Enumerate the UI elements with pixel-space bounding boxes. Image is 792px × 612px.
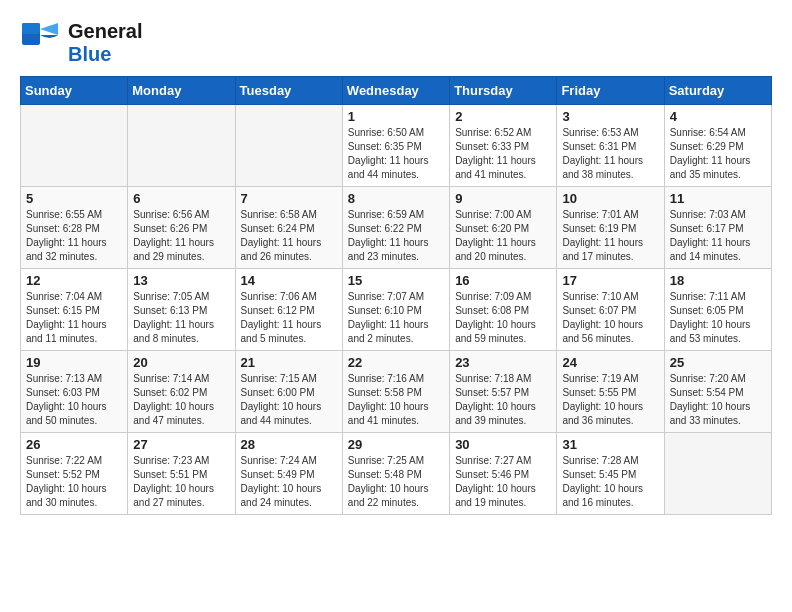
calendar-week-row: 1Sunrise: 6:50 AM Sunset: 6:35 PM Daylig… bbox=[21, 105, 772, 187]
day-number: 18 bbox=[670, 273, 766, 288]
day-info: Sunrise: 6:59 AM Sunset: 6:22 PM Dayligh… bbox=[348, 208, 444, 264]
calendar-cell: 13Sunrise: 7:05 AM Sunset: 6:13 PM Dayli… bbox=[128, 269, 235, 351]
day-number: 28 bbox=[241, 437, 337, 452]
calendar-cell: 14Sunrise: 7:06 AM Sunset: 6:12 PM Dayli… bbox=[235, 269, 342, 351]
day-number: 1 bbox=[348, 109, 444, 124]
calendar-cell: 8Sunrise: 6:59 AM Sunset: 6:22 PM Daylig… bbox=[342, 187, 449, 269]
day-number: 11 bbox=[670, 191, 766, 206]
weekday-header: Tuesday bbox=[235, 77, 342, 105]
day-info: Sunrise: 7:01 AM Sunset: 6:19 PM Dayligh… bbox=[562, 208, 658, 264]
calendar-cell: 22Sunrise: 7:16 AM Sunset: 5:58 PM Dayli… bbox=[342, 351, 449, 433]
calendar-cell: 16Sunrise: 7:09 AM Sunset: 6:08 PM Dayli… bbox=[450, 269, 557, 351]
day-info: Sunrise: 7:22 AM Sunset: 5:52 PM Dayligh… bbox=[26, 454, 122, 510]
day-info: Sunrise: 6:52 AM Sunset: 6:33 PM Dayligh… bbox=[455, 126, 551, 182]
weekday-header: Thursday bbox=[450, 77, 557, 105]
calendar-week-row: 19Sunrise: 7:13 AM Sunset: 6:03 PM Dayli… bbox=[21, 351, 772, 433]
day-number: 29 bbox=[348, 437, 444, 452]
day-number: 27 bbox=[133, 437, 229, 452]
calendar-cell bbox=[235, 105, 342, 187]
svg-rect-1 bbox=[22, 23, 40, 34]
calendar-cell: 4Sunrise: 6:54 AM Sunset: 6:29 PM Daylig… bbox=[664, 105, 771, 187]
day-number: 26 bbox=[26, 437, 122, 452]
day-number: 14 bbox=[241, 273, 337, 288]
day-info: Sunrise: 6:55 AM Sunset: 6:28 PM Dayligh… bbox=[26, 208, 122, 264]
day-info: Sunrise: 7:06 AM Sunset: 6:12 PM Dayligh… bbox=[241, 290, 337, 346]
weekday-header: Friday bbox=[557, 77, 664, 105]
day-number: 22 bbox=[348, 355, 444, 370]
day-number: 30 bbox=[455, 437, 551, 452]
calendar-cell bbox=[21, 105, 128, 187]
calendar-cell: 19Sunrise: 7:13 AM Sunset: 6:03 PM Dayli… bbox=[21, 351, 128, 433]
calendar-table: SundayMondayTuesdayWednesdayThursdayFrid… bbox=[20, 76, 772, 515]
day-number: 5 bbox=[26, 191, 122, 206]
day-info: Sunrise: 7:09 AM Sunset: 6:08 PM Dayligh… bbox=[455, 290, 551, 346]
weekday-header: Sunday bbox=[21, 77, 128, 105]
calendar-cell: 18Sunrise: 7:11 AM Sunset: 6:05 PM Dayli… bbox=[664, 269, 771, 351]
day-info: Sunrise: 7:13 AM Sunset: 6:03 PM Dayligh… bbox=[26, 372, 122, 428]
logo-icon bbox=[20, 21, 64, 65]
day-number: 25 bbox=[670, 355, 766, 370]
day-info: Sunrise: 7:14 AM Sunset: 6:02 PM Dayligh… bbox=[133, 372, 229, 428]
day-info: Sunrise: 6:54 AM Sunset: 6:29 PM Dayligh… bbox=[670, 126, 766, 182]
calendar-cell: 24Sunrise: 7:19 AM Sunset: 5:55 PM Dayli… bbox=[557, 351, 664, 433]
day-number: 3 bbox=[562, 109, 658, 124]
day-info: Sunrise: 7:24 AM Sunset: 5:49 PM Dayligh… bbox=[241, 454, 337, 510]
day-info: Sunrise: 7:05 AM Sunset: 6:13 PM Dayligh… bbox=[133, 290, 229, 346]
calendar-cell: 3Sunrise: 6:53 AM Sunset: 6:31 PM Daylig… bbox=[557, 105, 664, 187]
day-info: Sunrise: 7:07 AM Sunset: 6:10 PM Dayligh… bbox=[348, 290, 444, 346]
calendar-cell: 9Sunrise: 7:00 AM Sunset: 6:20 PM Daylig… bbox=[450, 187, 557, 269]
day-info: Sunrise: 7:10 AM Sunset: 6:07 PM Dayligh… bbox=[562, 290, 658, 346]
calendar-cell: 12Sunrise: 7:04 AM Sunset: 6:15 PM Dayli… bbox=[21, 269, 128, 351]
day-info: Sunrise: 7:18 AM Sunset: 5:57 PM Dayligh… bbox=[455, 372, 551, 428]
day-info: Sunrise: 6:50 AM Sunset: 6:35 PM Dayligh… bbox=[348, 126, 444, 182]
day-number: 13 bbox=[133, 273, 229, 288]
day-info: Sunrise: 7:25 AM Sunset: 5:48 PM Dayligh… bbox=[348, 454, 444, 510]
calendar-cell: 25Sunrise: 7:20 AM Sunset: 5:54 PM Dayli… bbox=[664, 351, 771, 433]
calendar-header-row: SundayMondayTuesdayWednesdayThursdayFrid… bbox=[21, 77, 772, 105]
svg-marker-2 bbox=[40, 23, 58, 35]
day-number: 24 bbox=[562, 355, 658, 370]
day-number: 6 bbox=[133, 191, 229, 206]
calendar-cell: 17Sunrise: 7:10 AM Sunset: 6:07 PM Dayli… bbox=[557, 269, 664, 351]
calendar-cell bbox=[664, 433, 771, 515]
calendar-cell: 10Sunrise: 7:01 AM Sunset: 6:19 PM Dayli… bbox=[557, 187, 664, 269]
day-number: 10 bbox=[562, 191, 658, 206]
logo: General Blue bbox=[20, 20, 142, 66]
calendar-cell: 27Sunrise: 7:23 AM Sunset: 5:51 PM Dayli… bbox=[128, 433, 235, 515]
logo-text: General Blue bbox=[68, 20, 142, 66]
calendar-cell: 21Sunrise: 7:15 AM Sunset: 6:00 PM Dayli… bbox=[235, 351, 342, 433]
calendar-cell: 31Sunrise: 7:28 AM Sunset: 5:45 PM Dayli… bbox=[557, 433, 664, 515]
day-info: Sunrise: 7:28 AM Sunset: 5:45 PM Dayligh… bbox=[562, 454, 658, 510]
day-info: Sunrise: 7:11 AM Sunset: 6:05 PM Dayligh… bbox=[670, 290, 766, 346]
day-info: Sunrise: 7:19 AM Sunset: 5:55 PM Dayligh… bbox=[562, 372, 658, 428]
calendar-cell: 7Sunrise: 6:58 AM Sunset: 6:24 PM Daylig… bbox=[235, 187, 342, 269]
calendar-cell: 28Sunrise: 7:24 AM Sunset: 5:49 PM Dayli… bbox=[235, 433, 342, 515]
calendar-cell bbox=[128, 105, 235, 187]
day-number: 31 bbox=[562, 437, 658, 452]
day-number: 19 bbox=[26, 355, 122, 370]
day-info: Sunrise: 6:56 AM Sunset: 6:26 PM Dayligh… bbox=[133, 208, 229, 264]
day-info: Sunrise: 7:20 AM Sunset: 5:54 PM Dayligh… bbox=[670, 372, 766, 428]
calendar-cell: 6Sunrise: 6:56 AM Sunset: 6:26 PM Daylig… bbox=[128, 187, 235, 269]
calendar-week-row: 12Sunrise: 7:04 AM Sunset: 6:15 PM Dayli… bbox=[21, 269, 772, 351]
day-number: 20 bbox=[133, 355, 229, 370]
day-number: 17 bbox=[562, 273, 658, 288]
calendar-cell: 2Sunrise: 6:52 AM Sunset: 6:33 PM Daylig… bbox=[450, 105, 557, 187]
calendar-cell: 29Sunrise: 7:25 AM Sunset: 5:48 PM Dayli… bbox=[342, 433, 449, 515]
day-number: 8 bbox=[348, 191, 444, 206]
day-number: 21 bbox=[241, 355, 337, 370]
day-number: 15 bbox=[348, 273, 444, 288]
calendar-week-row: 26Sunrise: 7:22 AM Sunset: 5:52 PM Dayli… bbox=[21, 433, 772, 515]
day-info: Sunrise: 7:00 AM Sunset: 6:20 PM Dayligh… bbox=[455, 208, 551, 264]
day-info: Sunrise: 7:23 AM Sunset: 5:51 PM Dayligh… bbox=[133, 454, 229, 510]
calendar-cell: 23Sunrise: 7:18 AM Sunset: 5:57 PM Dayli… bbox=[450, 351, 557, 433]
weekday-header: Wednesday bbox=[342, 77, 449, 105]
day-number: 12 bbox=[26, 273, 122, 288]
day-info: Sunrise: 7:04 AM Sunset: 6:15 PM Dayligh… bbox=[26, 290, 122, 346]
day-number: 4 bbox=[670, 109, 766, 124]
day-info: Sunrise: 7:16 AM Sunset: 5:58 PM Dayligh… bbox=[348, 372, 444, 428]
calendar-cell: 26Sunrise: 7:22 AM Sunset: 5:52 PM Dayli… bbox=[21, 433, 128, 515]
weekday-header: Saturday bbox=[664, 77, 771, 105]
calendar-cell: 1Sunrise: 6:50 AM Sunset: 6:35 PM Daylig… bbox=[342, 105, 449, 187]
day-number: 9 bbox=[455, 191, 551, 206]
